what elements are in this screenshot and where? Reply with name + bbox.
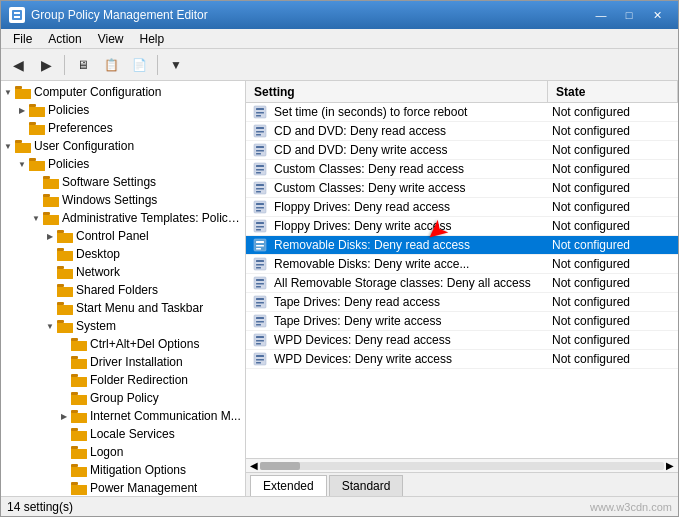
tree-label-admin-templates: Administrative Templates: Policy d... (62, 211, 243, 225)
list-cell-setting: CD and DVD: Deny read access (270, 122, 548, 140)
svg-rect-168 (256, 267, 261, 269)
tree-label-network: Network (76, 265, 120, 279)
list-cell-state: Not configured (548, 217, 678, 235)
new-button[interactable]: 📄 (126, 53, 152, 77)
tree-item-computer-config[interactable]: ▼ Computer Configuration (1, 83, 245, 101)
tree-item-driver-install[interactable]: Driver Installation (1, 353, 245, 371)
tree-item-policies2[interactable]: ▼ Policies (1, 155, 245, 173)
svg-rect-77 (71, 338, 78, 341)
tree-item-policies[interactable]: ▶ Policies (1, 101, 245, 119)
maximize-button[interactable]: □ (616, 5, 642, 25)
tree-label-shared-folders: Shared Folders (76, 283, 158, 297)
list-row[interactable]: WPD Devices: Deny read accessNot configu… (246, 331, 678, 350)
list-cell-setting: Tape Drives: Deny read access (270, 293, 548, 311)
tree-item-network[interactable]: Network (1, 263, 245, 281)
tree-item-desktop[interactable]: Desktop (1, 245, 245, 263)
list-cell-setting: Custom Classes: Deny write access (270, 179, 548, 197)
filter-button[interactable]: ▼ (163, 53, 189, 77)
folder-icon-windows-settings (43, 193, 59, 207)
tree-expand-policies[interactable]: ▶ (15, 103, 29, 117)
svg-rect-96 (71, 413, 87, 423)
list-body[interactable]: Set time (in seconds) to force rebootNot… (246, 103, 678, 458)
tree-item-group-policy[interactable]: Group Policy (1, 389, 245, 407)
list-row-icon (250, 333, 270, 347)
svg-rect-97 (71, 410, 78, 413)
folder-icon-group-policy (71, 391, 87, 405)
tree-item-software-settings[interactable]: Software Settings (1, 173, 245, 191)
tree-item-logon[interactable]: Logon (1, 443, 245, 461)
folder-icon-desktop (57, 247, 73, 261)
tree-item-admin-templates[interactable]: ▼ Administrative Templates: Policy d... (1, 209, 245, 227)
list-row[interactable]: Removable Disks: Deny read accessNot con… (246, 236, 678, 255)
tree-label-driver-install: Driver Installation (90, 355, 183, 369)
list-row[interactable]: Removable Disks: Deny write acce...Not c… (246, 255, 678, 274)
menu-view[interactable]: View (90, 30, 132, 48)
tree-item-folder-redirect[interactable]: Folder Redirection (1, 371, 245, 389)
col-header-state[interactable]: State (548, 81, 678, 102)
forward-button[interactable]: ▶ (33, 53, 59, 77)
list-row[interactable]: Tape Drives: Deny read accessNot configu… (246, 293, 678, 312)
folder-icon-start-menu (57, 301, 73, 315)
col-header-setting[interactable]: Setting (246, 81, 548, 102)
tree-item-shared-folders[interactable]: Shared Folders (1, 281, 245, 299)
tree-item-user-config[interactable]: ▼ User Configuration (1, 137, 245, 155)
list-row[interactable]: Custom Classes: Deny read accessNot conf… (246, 160, 678, 179)
properties-button[interactable]: 📋 (98, 53, 124, 77)
back-button[interactable]: ◀ (5, 53, 31, 77)
menu-help[interactable]: Help (132, 30, 173, 48)
svg-rect-57 (57, 266, 64, 269)
svg-rect-139 (256, 131, 264, 133)
scrollbar-thumb[interactable] (260, 462, 300, 470)
folder-icon-locale-services (71, 427, 87, 441)
tree-expand-control-panel[interactable]: ▶ (43, 229, 57, 243)
tree-item-mitigation[interactable]: Mitigation Options (1, 461, 245, 479)
tree-expand-internet-comm[interactable]: ▶ (57, 409, 71, 423)
tree-item-locale-services[interactable]: Locale Services (1, 425, 245, 443)
menu-action[interactable]: Action (40, 30, 89, 48)
tree-item-windows-settings[interactable]: Windows Settings (1, 191, 245, 209)
list-cell-state: Not configured (548, 122, 678, 140)
tree-expand-policies2[interactable]: ▼ (15, 157, 29, 171)
svg-rect-187 (256, 359, 264, 361)
list-row[interactable]: CD and DVD: Deny write accessNot configu… (246, 141, 678, 160)
tree-expand-driver-install (57, 355, 71, 369)
svg-rect-167 (256, 264, 264, 266)
list-row[interactable]: All Removable Storage classes: Deny all … (246, 274, 678, 293)
list-row[interactable]: Set time (in seconds) to force rebootNot… (246, 103, 678, 122)
menu-file[interactable]: File (5, 30, 40, 48)
tree-panel[interactable]: ▼ Computer Configuration▶ Policies Prefe… (1, 81, 246, 496)
show-hide-button[interactable]: 🖥 (70, 53, 96, 77)
list-row[interactable]: WPD Devices: Deny write accessNot config… (246, 350, 678, 369)
tree-expand-computer-config[interactable]: ▼ (1, 85, 15, 99)
list-cell-setting: Floppy Drives: Deny write access (270, 217, 548, 235)
tree-item-system[interactable]: ▼ System (1, 317, 245, 335)
tab-extended[interactable]: Extended (250, 475, 327, 496)
tree-expand-admin-templates[interactable]: ▼ (29, 211, 43, 225)
svg-rect-81 (71, 359, 87, 369)
tree-expand-folder-redirect (57, 373, 71, 387)
minimize-button[interactable]: — (588, 5, 614, 25)
scrollbar-track[interactable] (260, 462, 664, 470)
list-row[interactable]: Floppy Drives: Deny read accessNot confi… (246, 198, 678, 217)
svg-rect-22 (15, 140, 22, 143)
tree-expand-user-config[interactable]: ▼ (1, 139, 15, 153)
close-button[interactable]: ✕ (644, 5, 670, 25)
tree-label-user-config: User Configuration (34, 139, 134, 153)
list-hscrollbar[interactable]: ◀ ▶ (246, 458, 678, 472)
tree-item-ctrl-alt-del[interactable]: Ctrl+Alt+Del Options (1, 335, 245, 353)
list-row[interactable]: Custom Classes: Deny write accessNot con… (246, 179, 678, 198)
tree-expand-system[interactable]: ▼ (43, 319, 57, 333)
list-row[interactable]: Tape Drives: Deny write accessNot config… (246, 312, 678, 331)
tree-item-power-mgmt[interactable]: Power Management (1, 479, 245, 496)
list-row[interactable]: Floppy Drives: Deny write accessNot conf… (246, 217, 678, 236)
svg-rect-36 (43, 197, 59, 207)
tree-item-control-panel[interactable]: ▶ Control Panel (1, 227, 245, 245)
list-cell-setting: Floppy Drives: Deny read access (270, 198, 548, 216)
tab-standard[interactable]: Standard (329, 475, 404, 496)
svg-rect-31 (43, 179, 59, 189)
tree-item-preferences[interactable]: Preferences (1, 119, 245, 137)
list-row[interactable]: CD and DVD: Deny read accessNot configur… (246, 122, 678, 141)
list-cell-state: Not configured (548, 198, 678, 216)
tree-item-start-menu[interactable]: Start Menu and Taskbar (1, 299, 245, 317)
tree-item-internet-comm[interactable]: ▶ Internet Communication M... (1, 407, 245, 425)
